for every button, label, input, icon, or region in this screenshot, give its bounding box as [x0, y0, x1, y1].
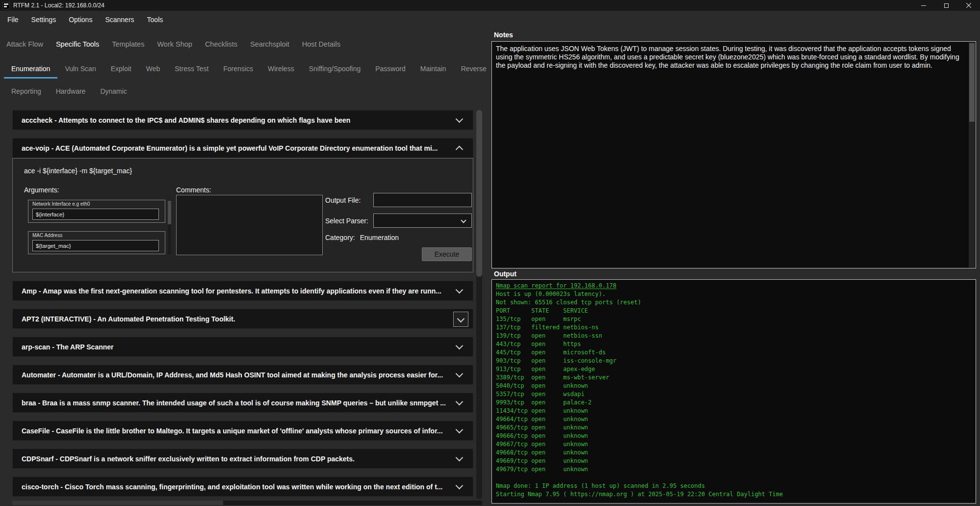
- tool-title: CDPSnarf - CDPSnarf is a network sniffer…: [22, 455, 355, 463]
- command-preview: ace -i ${interface} -m ${target_mac}: [24, 167, 132, 175]
- cattab-sniffing-spoofing[interactable]: Sniffing/Spoofing: [302, 63, 368, 79]
- comments-label: Comments:: [176, 186, 211, 194]
- output-console[interactable]: Nmap scan report for 192.168.0.178 Host …: [491, 279, 976, 504]
- chevron-up-icon: [456, 146, 464, 154]
- tool-item-cdpsnarf[interactable]: CDPSnarf - CDPSnarf is a network sniffer…: [12, 449, 473, 469]
- cattab-reporting[interactable]: Reporting: [4, 85, 49, 101]
- tool-item-arp-scan[interactable]: arp-scan - The ARP Scanner: [12, 337, 473, 357]
- tool-item-automater[interactable]: Automater - Automater is a URL/Domain, I…: [12, 365, 473, 385]
- cattab-enumeration[interactable]: Enumeration: [4, 63, 57, 79]
- notes-scrollbar-thumb[interactable]: [969, 43, 975, 122]
- interface-field-label: Network Interface e.g eth0: [32, 201, 90, 207]
- tab-attack-flow[interactable]: Attack Flow: [0, 40, 50, 48]
- category-row: Category:Enumeration: [325, 234, 399, 241]
- chevron-down-icon: [456, 426, 464, 434]
- select-parser-label: Select Parser:: [325, 217, 368, 225]
- window-controls: [912, 0, 980, 11]
- category-value: Enumeration: [360, 234, 399, 241]
- menu-tools[interactable]: Tools: [141, 16, 170, 24]
- tool-title: acccheck - Attempts to connect to the IP…: [22, 116, 350, 124]
- tool-title: arp-scan - The ARP Scanner: [22, 343, 114, 351]
- tool-item-braa[interactable]: braa - Braa is a mass snmp scanner. The …: [12, 393, 473, 413]
- chevron-down-icon: [456, 398, 464, 406]
- cattab-stress-test[interactable]: Stress Test: [167, 63, 216, 79]
- interface-input[interactable]: [32, 209, 159, 220]
- cattab-reverse[interactable]: Reverse: [454, 63, 494, 79]
- chevron-button-focused[interactable]: [453, 312, 468, 327]
- maximize-button[interactable]: [935, 0, 957, 11]
- titlebar[interactable]: RTFM 2.1 - Local2: 192.168.0.0/24: [0, 0, 980, 11]
- tool-list: acccheck - Attempts to connect to the IP…: [12, 110, 473, 505]
- tab-searchsploit[interactable]: Searchsploit: [244, 40, 296, 48]
- notes-label: Notes: [494, 31, 513, 39]
- chevron-down-icon: [456, 370, 464, 378]
- comments-textarea[interactable]: [176, 195, 323, 255]
- tool-title: cisco-torch - Cisco Torch mass scanning,…: [22, 483, 442, 491]
- cattab-web[interactable]: Web: [139, 63, 168, 79]
- tool-item-casefile[interactable]: CaseFile - CaseFile is the little brothe…: [12, 421, 473, 441]
- maximize-icon: [944, 3, 949, 8]
- tool-list-hscrollbar-thumb[interactable]: [12, 501, 223, 505]
- tab-work-shop[interactable]: Work Shop: [151, 40, 198, 48]
- tool-list-scrollbar-thumb[interactable]: [476, 110, 482, 277]
- tool-title: Amp - Amap was the first next-generation…: [22, 287, 441, 295]
- tool-item-amap[interactable]: Amp - Amap was the first next-generation…: [12, 281, 473, 301]
- execute-button[interactable]: Execute: [422, 247, 472, 261]
- chevron-down-icon: [456, 342, 464, 350]
- chevron-down-icon: [456, 115, 464, 123]
- cattab-dynamic[interactable]: Dynamic: [93, 85, 134, 101]
- mac-field-group: MAC Address: [28, 231, 165, 254]
- minimize-button[interactable]: [912, 0, 935, 11]
- interface-field-group: Network Interface e.g eth0: [28, 200, 165, 223]
- output-file-input[interactable]: [373, 193, 472, 207]
- notes-scrollbar[interactable]: [969, 42, 975, 267]
- primary-tab-bar: Attack Flow Specific Tools Templates Wor…: [0, 37, 347, 51]
- cattab-vuln-scan[interactable]: Vuln Scan: [57, 63, 103, 79]
- close-icon: [966, 3, 971, 8]
- window-title: RTFM 2.1 - Local2: 192.168.0.0/24: [13, 2, 104, 9]
- category-tab-bar-row1: Enumeration Vuln Scan Exploit Web Stress…: [4, 63, 494, 79]
- tool-list-hscrollbar[interactable]: [12, 501, 482, 505]
- arguments-scrollbar-thumb[interactable]: [168, 201, 171, 224]
- chevron-down-icon: [456, 286, 464, 294]
- cattab-wireless[interactable]: Wireless: [260, 63, 302, 79]
- tab-specific-tools[interactable]: Specific Tools: [50, 40, 105, 48]
- app-icon: [2, 2, 10, 9]
- mac-address-input[interactable]: [32, 240, 159, 251]
- parser-dropdown[interactable]: [373, 213, 472, 228]
- cattab-hardware[interactable]: Hardware: [49, 85, 93, 101]
- menu-settings[interactable]: Settings: [25, 16, 63, 24]
- chevron-down-icon: [456, 454, 464, 462]
- cattab-forensics[interactable]: Forensics: [216, 63, 260, 79]
- tab-checklists[interactable]: Checklists: [199, 40, 244, 48]
- nmap-output-body: Host is up (0.000023s latency). Not show…: [496, 290, 972, 499]
- menu-options[interactable]: Options: [62, 16, 99, 24]
- menubar: File Settings Options Scanners Tools: [0, 11, 980, 28]
- tool-item-apt2[interactable]: APT2 (INTERACTIVE) - An Automated Penetr…: [12, 309, 473, 329]
- cattab-maintain[interactable]: Maintain: [413, 63, 454, 79]
- tab-templates[interactable]: Templates: [105, 40, 151, 48]
- cattab-exploit[interactable]: Exploit: [103, 63, 139, 79]
- tool-item-cisco-torch[interactable]: cisco-torch - Cisco Torch mass scanning,…: [12, 477, 473, 497]
- arguments-label: Arguments:: [24, 186, 59, 194]
- arguments-scrollbar[interactable]: [168, 200, 171, 254]
- minimize-icon: [921, 5, 926, 6]
- chevron-down-icon: [461, 217, 466, 223]
- chevron-down-icon: [456, 482, 464, 490]
- notes-textarea[interactable]: The application uses JSON Web Tokens (JW…: [491, 41, 976, 268]
- tool-title: APT2 (INTERACTIVE) - An Automated Penetr…: [22, 315, 235, 323]
- tool-title: Automater - Automater is a URL/Domain, I…: [22, 371, 443, 379]
- notes-content: The application uses JSON Web Tokens (JW…: [496, 45, 965, 70]
- close-button[interactable]: [957, 0, 980, 11]
- tab-host-details[interactable]: Host Details: [296, 40, 347, 48]
- tool-detail-panel: ace -i ${interface} -m ${target_mac} Arg…: [12, 158, 473, 272]
- menu-scanners[interactable]: Scanners: [99, 16, 140, 24]
- tool-item-acccheck[interactable]: acccheck - Attempts to connect to the IP…: [12, 110, 473, 130]
- category-label: Category:: [325, 234, 355, 241]
- rtfm-window: RTFM 2.1 - Local2: 192.168.0.0/24 File S…: [0, 0, 980, 506]
- tool-item-ace-voip[interactable]: ace-voip - ACE (Automated Corporate Enum…: [12, 138, 473, 158]
- tool-list-scrollbar[interactable]: [476, 110, 482, 499]
- tool-title: braa - Braa is a mass snmp scanner. The …: [22, 399, 446, 407]
- menu-file[interactable]: File: [1, 16, 25, 24]
- cattab-password[interactable]: Password: [368, 63, 413, 79]
